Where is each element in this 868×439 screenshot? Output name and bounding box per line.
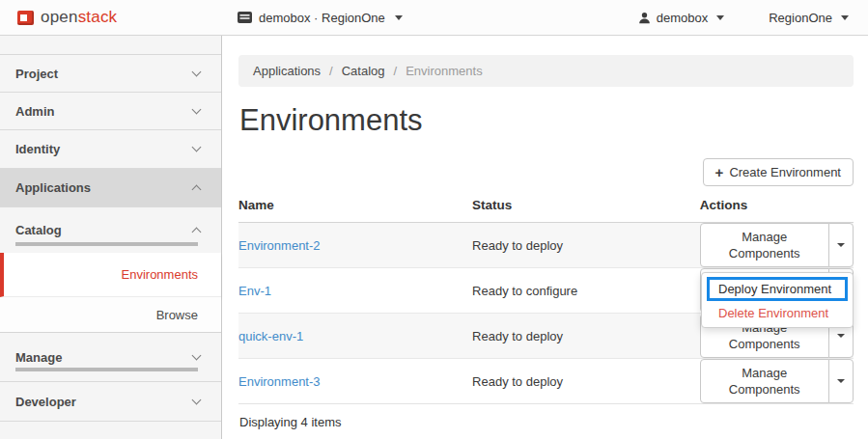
page-title: Environments <box>239 101 854 140</box>
delete-environment-menu-item[interactable]: Delete Environment <box>702 301 853 321</box>
caret-down-icon <box>395 15 403 20</box>
row-actions-dropdown-menu: Deploy Environment Delete Environment <box>701 272 854 328</box>
plus-icon: + <box>715 165 724 179</box>
sidebar-item-browse[interactable]: Browse <box>0 297 221 333</box>
table-row: Environment-2 Ready to deploy Manage Com… <box>238 223 854 268</box>
sidebar-item-label: Developer <box>15 395 76 409</box>
navbar-right-group: demobox RegionOne <box>638 11 868 25</box>
sidebar-item-label: Browse <box>156 308 198 322</box>
column-header-actions: Actions <box>700 189 854 223</box>
sidebar-item-label: Manage <box>15 350 62 365</box>
column-header-name: Name <box>238 189 472 223</box>
openstack-logo-icon <box>17 11 34 25</box>
breadcrumb: Applications / Catalog / Environments <box>238 55 854 87</box>
caret-down-icon <box>837 379 845 383</box>
chevron-up-icon <box>192 228 202 237</box>
column-header-status: Status <box>472 189 700 223</box>
sidebar-item-catalog[interactable]: Catalog <box>0 207 221 253</box>
environment-name-link[interactable]: quick-env-1 <box>238 329 303 343</box>
environment-status: Ready to deploy <box>472 329 563 343</box>
table-actions-bar: + Create Environment <box>238 158 854 186</box>
sidebar-item-manage[interactable]: Manage <box>0 333 221 382</box>
manage-components-button[interactable]: Manage Components <box>700 359 829 403</box>
region-menu-label: RegionOne <box>769 11 832 25</box>
chevron-down-icon <box>192 395 202 404</box>
row-action-button-group: Manage Components <box>700 359 854 403</box>
environment-status: Ready to deploy <box>472 374 563 389</box>
region-menu[interactable]: RegionOne <box>769 11 849 25</box>
caret-down-icon <box>837 334 845 338</box>
project-region-switcher[interactable]: demobox · RegionOne <box>238 11 403 25</box>
caret-down-icon <box>841 15 849 20</box>
sidebar-item-project[interactable]: Project <box>0 55 221 93</box>
row-actions-caret-button[interactable] <box>828 223 854 267</box>
chevron-down-icon <box>192 143 202 152</box>
sidebar-item-label: Project <box>15 67 58 81</box>
manage-components-button[interactable]: Manage Components <box>700 223 829 267</box>
environment-status: Ready to configure <box>472 284 577 298</box>
caret-down-icon <box>716 15 724 20</box>
table-row: Environment-3 Ready to deploy Manage Com… <box>238 359 854 404</box>
environment-name-link[interactable]: Environment-3 <box>238 374 321 389</box>
table-footer-count: Displaying 4 items <box>238 403 854 439</box>
breadcrumb-current: Environments <box>406 64 482 78</box>
breadcrumb-applications-link[interactable]: Applications <box>253 64 321 78</box>
row-actions-caret-button[interactable] <box>828 359 854 403</box>
environment-name-link[interactable]: Env-1 <box>238 284 271 298</box>
chevron-up-icon <box>192 185 202 195</box>
environments-table: Name Status Actions Environment-2 Ready … <box>238 189 854 403</box>
deploy-environment-menu-item[interactable]: Deploy Environment <box>707 277 848 301</box>
sidebar-item-label: Identity <box>15 142 60 156</box>
user-menu[interactable]: demobox <box>638 11 724 25</box>
caret-down-icon <box>837 243 845 247</box>
breadcrumb-separator: / <box>329 64 333 78</box>
sidebar-item-label: Admin <box>15 104 54 119</box>
row-action-button-group: Manage Components <box>700 223 854 267</box>
breadcrumb-separator: / <box>394 64 398 78</box>
brand-open-text: open <box>41 8 78 26</box>
sidebar-item-environments[interactable]: Environments <box>0 253 221 297</box>
sidebar-item-admin[interactable]: Admin <box>0 93 221 130</box>
sidebar-item-identity[interactable]: Identity <box>0 130 221 169</box>
chevron-down-icon <box>192 350 202 360</box>
user-menu-label: demobox <box>657 11 708 25</box>
table-header-row: Name Status Actions <box>238 189 854 223</box>
sidebar-item-label: Catalog <box>15 223 62 237</box>
main-content: Applications / Catalog / Environments En… <box>223 36 868 439</box>
create-environment-button[interactable]: + Create Environment <box>703 158 854 186</box>
brand-wordmark: openstack <box>41 8 117 27</box>
chevron-down-icon <box>192 67 202 76</box>
breadcrumb-catalog-link[interactable]: Catalog <box>342 64 385 78</box>
top-navbar: openstack demobox · RegionOne demobox Re… <box>0 0 868 36</box>
environment-name-link[interactable]: Environment-2 <box>238 238 321 253</box>
environment-status: Ready to deploy <box>472 238 563 253</box>
user-icon <box>638 12 651 24</box>
chevron-down-icon <box>192 104 202 114</box>
sidebar-top-strip <box>0 36 221 55</box>
sidebar-item-label: Environments <box>122 267 198 282</box>
sidebar-item-applications[interactable]: Applications <box>0 169 221 207</box>
create-environment-label: Create Environment <box>729 164 841 180</box>
openstack-brand[interactable]: openstack <box>0 8 222 27</box>
sidebar: Project Admin Identity Applications Cata… <box>0 36 222 439</box>
sidebar-item-label: Applications <box>15 180 91 195</box>
table-list-icon <box>238 12 252 23</box>
brand-stack-text: stack <box>78 8 118 26</box>
sidebar-item-developer[interactable]: Developer <box>0 382 221 422</box>
project-region-label: demobox · RegionOne <box>259 11 385 25</box>
